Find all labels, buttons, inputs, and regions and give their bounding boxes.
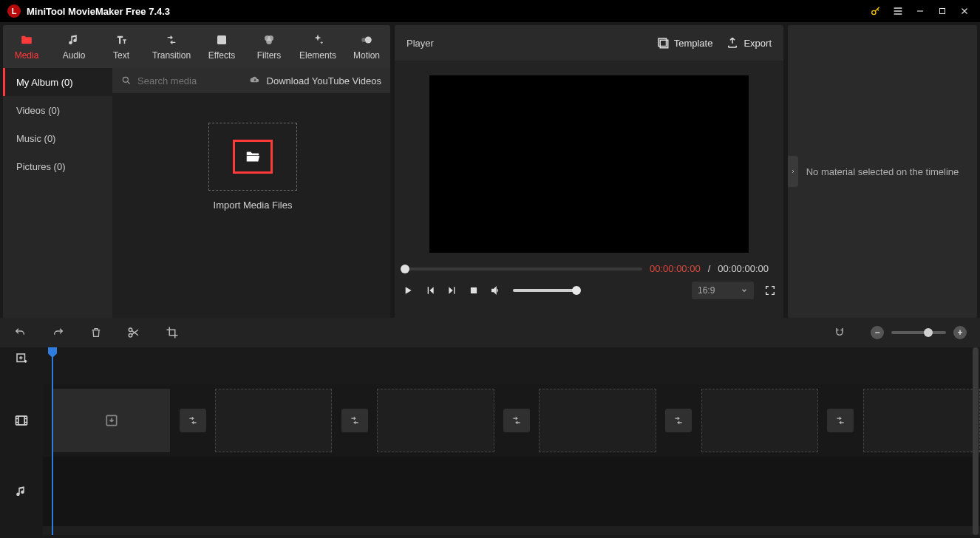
tab-label: Effects	[208, 50, 235, 61]
zoom-slider[interactable]	[891, 331, 946, 334]
tab-motion[interactable]: Motion	[343, 25, 390, 68]
export-icon	[726, 36, 739, 50]
folder-open-icon	[243, 149, 262, 165]
svg-point-7	[361, 38, 366, 42]
tab-label: Elements	[299, 50, 336, 61]
app-title: MiniTool MovieMaker Free 7.4.3	[27, 6, 865, 17]
cloud-download-icon	[249, 75, 261, 86]
aspect-ratio-select[interactable]: 16:9	[692, 282, 754, 299]
sidebar-item-label: My Album (0)	[16, 77, 73, 88]
window-maximize-button[interactable]	[931, 0, 953, 22]
sidebar-item-label: Videos (0)	[16, 105, 60, 116]
transition-slot[interactable]	[180, 409, 206, 432]
seek-slider[interactable]	[402, 268, 642, 270]
play-button[interactable]	[402, 285, 414, 296]
tab-filters[interactable]: Filters	[245, 25, 293, 68]
magnet-icon[interactable]	[834, 327, 845, 338]
transition-slot[interactable]	[665, 409, 692, 432]
transition-slot[interactable]	[503, 409, 530, 432]
hamburger-menu-icon[interactable]	[887, 0, 909, 22]
transition-slot[interactable]	[341, 409, 368, 432]
music-note-icon	[67, 33, 81, 47]
window-close-button[interactable]	[953, 0, 976, 22]
tab-transition[interactable]: Transition	[145, 25, 198, 68]
time-separator: /	[708, 263, 711, 274]
fullscreen-button[interactable]	[764, 285, 776, 296]
audio-track[interactable]	[43, 457, 980, 526]
sidebar-item-label: Pictures (0)	[16, 161, 65, 172]
timeline-scrollbar[interactable]	[973, 347, 979, 535]
filters-icon	[262, 33, 276, 47]
tab-text[interactable]: Text	[98, 25, 145, 68]
stop-button[interactable]	[469, 285, 479, 296]
motion-icon	[360, 33, 373, 47]
clip-slot[interactable]	[539, 389, 656, 452]
add-track-button[interactable]	[0, 347, 43, 370]
time-total: 00:00:00:00	[718, 263, 769, 274]
crop-button[interactable]	[166, 326, 179, 339]
media-sidebar: My Album (0) Videos (0) Music (0) Pictur…	[3, 68, 112, 318]
tab-strip: Media Audio Text Transition Effects Filt…	[3, 25, 390, 68]
clip-slot[interactable]	[701, 389, 818, 452]
audio-track-icon	[0, 457, 43, 526]
volume-icon[interactable]	[489, 284, 503, 297]
collapse-handle[interactable]	[788, 156, 798, 187]
chevron-right-icon	[790, 167, 796, 176]
media-topbar: Download YouTube Videos	[112, 68, 390, 93]
import-media-button[interactable]: Import Media Files	[208, 123, 297, 211]
tab-effects[interactable]: Effects	[198, 25, 245, 68]
upgrade-key-icon[interactable]	[865, 0, 887, 22]
text-icon	[114, 33, 129, 47]
timeline-gutter	[0, 347, 43, 535]
zoom-out-button[interactable]: −	[871, 326, 884, 339]
tab-label: Motion	[353, 50, 380, 61]
svg-point-5	[266, 39, 272, 45]
tab-label: Filters	[257, 50, 282, 61]
clip-slot[interactable]	[53, 389, 170, 452]
timeline-toolbar: − +	[0, 318, 980, 347]
tab-media[interactable]: Media	[3, 25, 50, 68]
transition-slot[interactable]	[827, 409, 854, 432]
player-title: Player	[406, 38, 434, 49]
volume-slider[interactable]	[513, 289, 578, 292]
sidebar-item-pictures[interactable]: Pictures (0)	[3, 152, 112, 180]
clip-slot[interactable]	[215, 389, 332, 452]
ratio-value: 16:9	[698, 285, 715, 296]
download-placeholder-icon	[104, 413, 119, 428]
next-frame-button[interactable]	[446, 285, 458, 296]
titlebar: L MiniTool MovieMaker Free 7.4.3	[0, 0, 980, 22]
player-panel: Player Template Export 00:00:00:00 / 00:…	[395, 25, 783, 318]
tab-elements[interactable]: Elements	[293, 25, 343, 68]
search-input[interactable]	[137, 75, 226, 86]
window-minimize-button[interactable]	[909, 0, 931, 22]
sidebar-item-myalbum[interactable]: My Album (0)	[3, 68, 112, 96]
properties-panel: No material selected on the timeline	[788, 25, 977, 318]
sidebar-item-music[interactable]: Music (0)	[3, 124, 112, 152]
media-panel: Media Audio Text Transition Effects Filt…	[3, 25, 390, 318]
svg-rect-1	[940, 9, 945, 14]
clip-slot[interactable]	[377, 389, 494, 452]
export-button[interactable]: Export	[726, 36, 772, 50]
timeline: − +	[0, 318, 980, 535]
redo-button[interactable]	[52, 327, 65, 338]
split-button[interactable]	[127, 326, 140, 339]
timeline-ruler[interactable]	[43, 370, 980, 384]
delete-button[interactable]	[90, 326, 102, 339]
video-track[interactable]	[43, 384, 980, 457]
download-youtube-link[interactable]: Download YouTube Videos	[267, 75, 381, 86]
video-track-icon	[0, 384, 43, 457]
zoom-in-button[interactable]: +	[953, 326, 967, 339]
svg-rect-15	[16, 416, 27, 425]
tab-audio[interactable]: Audio	[50, 25, 98, 68]
prev-frame-button[interactable]	[424, 285, 436, 296]
video-preview	[429, 75, 749, 253]
chevron-down-icon	[741, 287, 748, 294]
folder-icon	[19, 33, 34, 47]
search-icon	[121, 75, 132, 86]
sidebar-item-videos[interactable]: Videos (0)	[3, 96, 112, 124]
template-button[interactable]: Template	[656, 36, 713, 50]
app-logo-icon: L	[7, 4, 21, 18]
transition-icon	[164, 33, 179, 47]
clip-slot[interactable]	[863, 389, 980, 452]
undo-button[interactable]	[13, 327, 27, 338]
